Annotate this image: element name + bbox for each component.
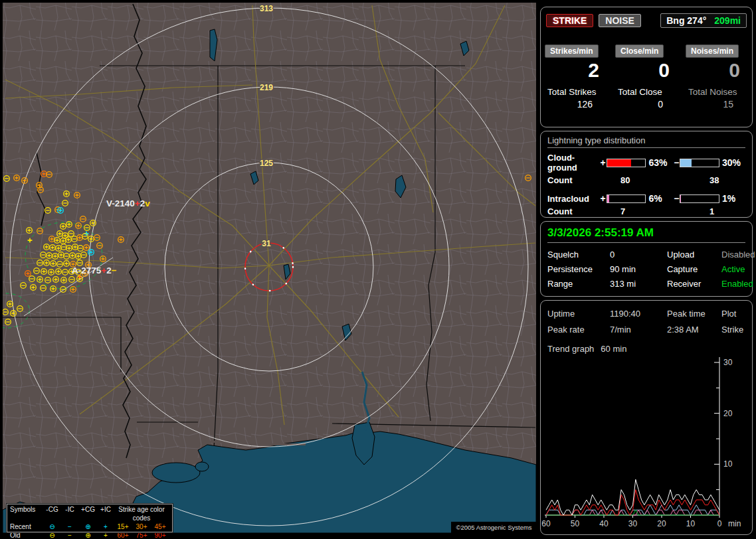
ic-plus-bar [607, 194, 646, 203]
distribution-panel: Lightning type distribution Cloud-ground… [540, 131, 753, 218]
minus-sign: − [673, 157, 680, 168]
intracloud-label: Intracloud [547, 194, 600, 204]
bearing-indicator: Bng 274° 209mi [660, 13, 747, 28]
legend-age-header: Strike age color codes [114, 505, 169, 522]
legend-header: -IC [61, 505, 78, 522]
svg-text:30: 30 [628, 519, 638, 528]
cg-minus-percent: 30% [722, 157, 747, 168]
status-v2: Active [721, 264, 755, 274]
svg-text:10: 10 [686, 519, 696, 528]
ic-minus-count: 1 [709, 206, 714, 216]
close-rate: 0 [611, 59, 682, 86]
total-strikes-label: Total Strikes [541, 87, 611, 97]
ic-plus-percent: 6% [648, 193, 673, 204]
storm-cell-label: V-2140+2v [106, 198, 150, 208]
legend-age: 75+ [132, 531, 151, 539]
copyright-bar: ©2005 Astrogenic Systems [451, 522, 537, 533]
svg-text:30: 30 [723, 358, 733, 367]
legend-symbol-plus-icon: + [98, 531, 114, 539]
intracloud-row: Intracloud + 6% − 1% [547, 193, 747, 204]
ic-minus-bar [680, 194, 719, 203]
noises-column: Noises/min 0 Total Noises 15 [682, 44, 752, 110]
copyright-text: ©2005 Astrogenic Systems [456, 524, 531, 531]
legend-age: 90+ [151, 531, 169, 539]
legend-header: +IC [98, 505, 114, 522]
status-k1: Range [547, 279, 610, 289]
close-column: Close/min 0 Total Close 0 [611, 44, 682, 110]
ic-plus-count: 7 [620, 206, 709, 216]
cg-minus-count: 38 [709, 175, 719, 185]
svg-text:10: 10 [723, 459, 733, 469]
counters-panel: STRIKE NOISE Bng 274° 209mi Strikes/min … [540, 7, 753, 127]
total-close-value: 0 [611, 99, 682, 110]
total-noises-value: 15 [682, 99, 752, 110]
plus-sign: + [600, 157, 607, 168]
legend-symbol-minus-icon: − [61, 522, 78, 531]
legend-symbol-circle-plus-icon: ⊕ [78, 531, 98, 539]
status-v1: 90 min [610, 264, 667, 274]
bearing-value: Bng 274° [666, 15, 706, 26]
cg-plus-bar [607, 159, 646, 167]
legend-row-label: Recent [10, 522, 43, 531]
close-per-min-chip: Close/min [615, 44, 664, 58]
legend-symbol-minus-icon: − [61, 531, 78, 539]
legend-age: 30+ [132, 522, 151, 531]
range-ring-label: 219 [260, 83, 273, 92]
status-k2: Receiver [667, 279, 721, 289]
plus-sign: + [600, 193, 607, 204]
status-k2: Capture [667, 264, 721, 274]
legend-age: 45+ [151, 522, 169, 531]
strike-legend: Symbols-CG-IC+CG+ICStrike age color code… [7, 504, 173, 532]
status-k2: Upload [667, 250, 721, 260]
svg-text:60: 60 [541, 519, 551, 528]
strikes-per-min-chip: Strikes/min [545, 44, 599, 58]
map-canvas: 31321912531V-2140+2vA-2775+2− [3, 3, 536, 533]
range-ring-label: 125 [260, 159, 273, 168]
trend-panel: Uptime1190:40Peak timePlotPeak rate7/min… [540, 300, 753, 535]
legend-header: +CG [78, 505, 98, 522]
total-noises-label: Total Noises [682, 87, 752, 97]
total-strikes-value: 126 [541, 99, 611, 110]
status-v1: 313 mi [610, 279, 667, 289]
count-label: Count [547, 175, 620, 185]
cg-plus-count: 80 [620, 175, 709, 185]
noise-toggle-button[interactable]: NOISE [599, 14, 641, 27]
status-k1: Persistence [547, 264, 610, 274]
status-v1: 0 [610, 250, 667, 260]
legend-symbol-circle-minus-icon: ⊖ [43, 531, 61, 539]
svg-text:20: 20 [723, 409, 733, 418]
lightning-map[interactable]: 31321912531V-2140+2vA-2775+2− Symbols-CG… [3, 3, 536, 533]
ic-minus-percent: 1% [722, 193, 747, 204]
cloud-ground-row: Cloud-ground + 63% − 30% [547, 153, 747, 173]
status-v2: Disabled [721, 250, 755, 260]
svg-text:40: 40 [599, 519, 609, 528]
minus-sign: − [673, 193, 680, 204]
legend-header: Symbols [10, 505, 43, 522]
cg-minus-bar [680, 159, 719, 167]
strikes-rate: 2 [541, 59, 611, 86]
strike-toggle-button[interactable]: STRIKE [546, 14, 593, 27]
status-panel: 3/3/2026 2:55:19 AM Squelch0UploadDisabl… [540, 221, 753, 297]
distribution-title: Lightning type distribution [547, 135, 745, 148]
cg-plus-percent: 63% [648, 157, 673, 168]
legend-age: 60+ [114, 531, 132, 539]
strikes-column: Strikes/min 2 Total Strikes 126 [541, 44, 611, 110]
cloud-ground-count-row: Count 80 38 [547, 175, 747, 185]
legend-age: 15+ [114, 522, 132, 531]
count-label: Count [547, 206, 620, 216]
cloud-ground-label: Cloud-ground [547, 153, 600, 173]
status-k1: Squelch [547, 250, 610, 260]
svg-text:0: 0 [717, 519, 722, 528]
status-v2: Enabled [721, 279, 755, 289]
legend-symbol-plus-icon: + [98, 522, 114, 531]
range-ring-label: 31 [262, 239, 271, 248]
legend-header: -CG [43, 505, 61, 522]
legend-symbol-circle-plus-icon: ⊕ [78, 522, 98, 531]
total-close-label: Total Close [611, 87, 682, 97]
storm-cell-label: A-2775+2− [72, 266, 117, 275]
status-grid: Squelch0UploadDisabledPersistence90 minC… [547, 250, 752, 289]
legend-symbol-circle-minus-icon: ⊖ [43, 522, 61, 531]
noises-rate: 0 [682, 59, 752, 86]
legend-row-label: Old [10, 531, 43, 539]
noises-per-min-chip: Noises/min [686, 44, 739, 58]
